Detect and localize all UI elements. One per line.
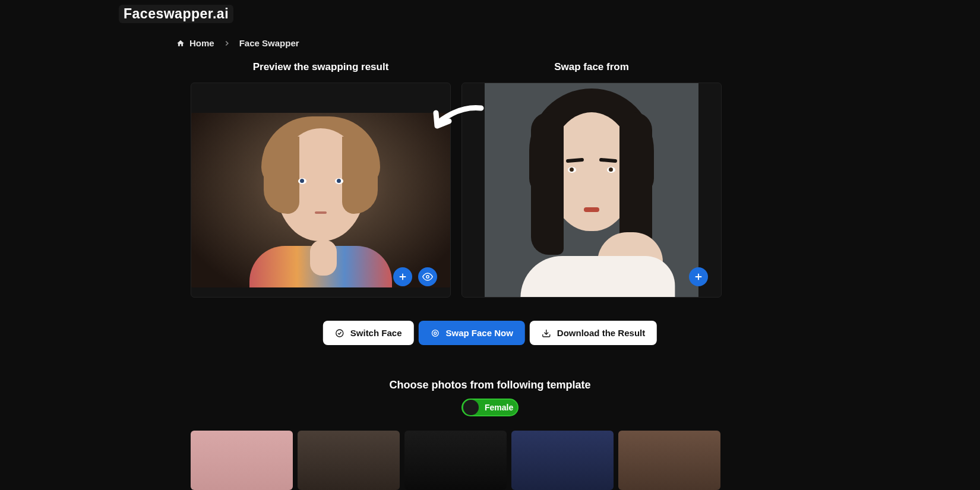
- add-source-button[interactable]: [689, 267, 708, 286]
- download-button[interactable]: Download the Result: [530, 321, 657, 345]
- template-thumb[interactable]: [404, 431, 507, 490]
- gender-toggle[interactable]: Female: [461, 399, 519, 416]
- view-preview-button[interactable]: [418, 267, 437, 286]
- download-icon: [542, 328, 551, 338]
- breadcrumb: Home Face Swapper: [176, 38, 299, 48]
- preview-panel: [191, 83, 451, 298]
- toggle-label: Female: [485, 403, 513, 412]
- breadcrumb-current: Face Swapper: [239, 38, 299, 48]
- plus-icon: [397, 271, 408, 282]
- breadcrumb-home[interactable]: Home: [176, 38, 214, 48]
- svg-point-5: [336, 330, 343, 337]
- swap-arrow-icon: [430, 102, 485, 132]
- template-thumb[interactable]: [298, 431, 400, 490]
- chevron-right-icon: [223, 39, 231, 48]
- swap-face-button[interactable]: Swap Face Now: [418, 321, 524, 345]
- switch-icon: [335, 328, 344, 338]
- home-icon: [176, 39, 185, 48]
- switch-face-button[interactable]: Switch Face: [323, 321, 414, 345]
- download-label: Download the Result: [557, 328, 645, 338]
- svg-point-7: [434, 332, 436, 334]
- eye-icon: [422, 271, 433, 282]
- plus-icon: [693, 271, 704, 282]
- svg-point-2: [426, 276, 429, 279]
- template-thumb[interactable]: [191, 431, 293, 490]
- switch-face-label: Switch Face: [350, 328, 402, 338]
- template-grid: [191, 431, 720, 490]
- svg-point-6: [432, 330, 438, 336]
- source-panel: [461, 83, 722, 298]
- brand-logo[interactable]: Faceswapper.ai: [119, 5, 233, 23]
- template-thumb[interactable]: [618, 431, 720, 490]
- source-panel-title: Swap face from: [554, 61, 629, 73]
- source-image: [485, 83, 698, 298]
- swap-face-label: Swap Face Now: [445, 328, 513, 338]
- template-thumb[interactable]: [511, 431, 614, 490]
- add-preview-button[interactable]: [393, 267, 412, 286]
- breadcrumb-home-label: Home: [189, 38, 214, 48]
- template-section-title: Choose photos from following template: [390, 379, 591, 391]
- preview-image: [191, 113, 450, 287]
- target-icon: [430, 328, 440, 338]
- toggle-knob: [463, 400, 479, 415]
- preview-panel-title: Preview the swapping result: [253, 61, 389, 73]
